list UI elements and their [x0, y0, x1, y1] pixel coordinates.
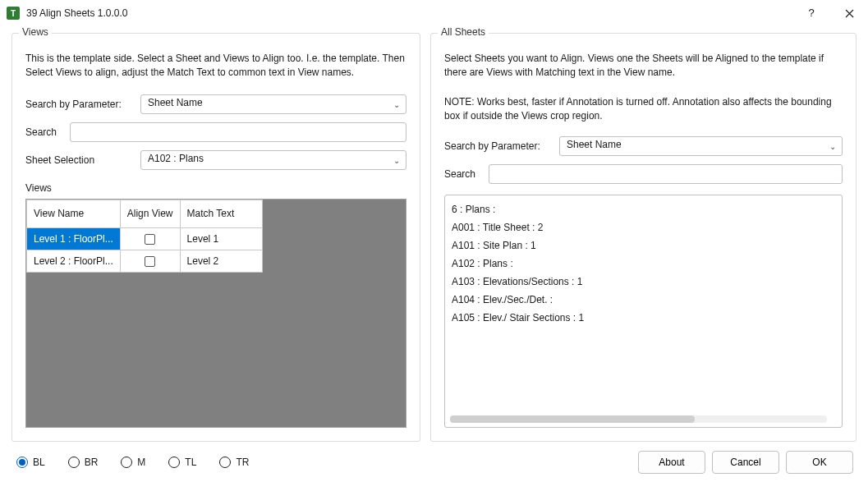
list-item[interactable]: 6 : Plans :	[452, 200, 835, 218]
sheet-selection-select[interactable]: A102 : Plans	[140, 150, 406, 170]
views-grid-area: View Name Align View Match Text Level 1 …	[25, 199, 406, 428]
list-item[interactable]: A104 : Elev./Sec./Det. :	[452, 291, 835, 309]
window-title: 39 Align Sheets 1.0.0.0	[26, 7, 127, 19]
cell-align-view[interactable]	[120, 250, 180, 273]
cell-match-text[interactable]: Level 1	[180, 227, 262, 250]
col-align-view[interactable]: Align View	[120, 200, 180, 227]
list-item[interactable]: A103 : Elevations/Sections : 1	[452, 273, 835, 291]
radio-label: BL	[33, 457, 45, 468]
all-sheets-group-title: All Sheets	[438, 26, 489, 38]
about-button[interactable]: About	[638, 451, 705, 474]
radio-icon	[16, 457, 28, 468]
radio-label: M	[137, 457, 145, 468]
align-checkbox[interactable]	[145, 234, 155, 245]
radio-icon	[219, 457, 231, 468]
cell-align-view[interactable]	[120, 227, 180, 250]
help-button[interactable]: ?	[792, 0, 830, 26]
close-button[interactable]	[830, 0, 868, 26]
search-input[interactable]	[70, 122, 406, 142]
cell-view-name[interactable]: Level 1 : FloorPl...	[27, 227, 121, 250]
views-table[interactable]: View Name Align View Match Text Level 1 …	[26, 200, 263, 273]
views-label: Views	[25, 182, 406, 194]
horizontal-scrollbar[interactable]	[450, 415, 827, 423]
radio-icon	[168, 457, 180, 468]
alignment-radios: BLBRMTLTR	[16, 457, 249, 468]
align-radio-tl[interactable]: TL	[168, 457, 196, 468]
radio-label: TL	[185, 457, 196, 468]
app-icon: T	[7, 7, 20, 20]
cancel-button[interactable]: Cancel	[712, 451, 779, 474]
search-param-select[interactable]: Sheet Name	[140, 94, 406, 114]
table-row[interactable]: Level 2 : FloorPl...Level 2	[27, 250, 263, 273]
align-radio-m[interactable]: M	[121, 457, 145, 468]
cell-match-text[interactable]: Level 2	[180, 250, 262, 273]
list-item[interactable]: A001 : Title Sheet : 2	[452, 218, 835, 236]
help-icon: ?	[807, 7, 815, 19]
search-label-right: Search	[444, 168, 480, 180]
ok-button[interactable]: OK	[786, 451, 853, 474]
radio-icon	[68, 457, 80, 468]
align-radio-tr[interactable]: TR	[219, 457, 249, 468]
footer: BLBRMTLTR About Cancel OK	[0, 442, 868, 483]
col-match-text[interactable]: Match Text	[180, 200, 262, 227]
radio-icon	[121, 457, 132, 468]
search-param-select-right[interactable]: Sheet Name	[559, 136, 843, 156]
search-label: Search	[25, 126, 62, 138]
radio-label: BR	[85, 457, 99, 468]
align-checkbox[interactable]	[145, 256, 155, 267]
sheet-selection-label: Sheet Selection	[25, 154, 132, 166]
cell-view-name[interactable]: Level 2 : FloorPl...	[27, 250, 121, 273]
col-view-name[interactable]: View Name	[27, 200, 121, 227]
sheets-listbox[interactable]: 6 : Plans :A001 : Title Sheet : 2A101 : …	[444, 195, 843, 428]
close-icon	[845, 9, 854, 18]
all-sheets-note: NOTE: Works best, faster if Annotation i…	[444, 95, 843, 124]
search-param-label: Search by Parameter:	[25, 99, 132, 110]
search-param-label-right: Search by Parameter:	[444, 140, 551, 152]
all-sheets-description: Select Sheets you want to Align. Views o…	[444, 52, 843, 80]
scrollbar-thumb[interactable]	[450, 415, 695, 423]
list-item[interactable]: A101 : Site Plan : 1	[452, 236, 835, 255]
titlebar: T 39 Align Sheets 1.0.0.0 ?	[0, 0, 868, 26]
list-item[interactable]: A102 : Plans :	[452, 255, 835, 273]
search-input-right[interactable]	[489, 164, 843, 184]
svg-text:?: ?	[808, 7, 814, 19]
radio-label: TR	[236, 457, 249, 468]
views-description: This is the template side. Select a Shee…	[25, 52, 406, 80]
all-sheets-group: All Sheets Select Sheets you want to Ali…	[430, 33, 857, 442]
views-group-title: Views	[19, 26, 52, 38]
align-radio-bl[interactable]: BL	[16, 457, 45, 468]
views-group: Views This is the template side. Select …	[11, 33, 420, 442]
table-row[interactable]: Level 1 : FloorPl...Level 1	[27, 227, 263, 250]
list-item[interactable]: A105 : Elev./ Stair Sections : 1	[452, 309, 835, 327]
align-radio-br[interactable]: BR	[68, 457, 99, 468]
